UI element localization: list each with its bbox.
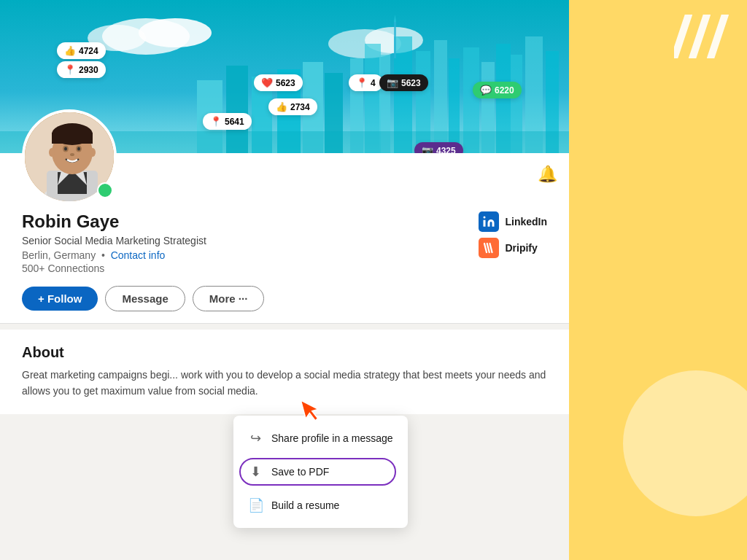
about-text: Great marketing campaigns begi... work w… <box>22 367 547 400</box>
share-profile-label: Share profile in a message <box>271 432 393 444</box>
linkedin-icon <box>479 211 499 232</box>
message-button[interactable]: Message <box>105 286 185 311</box>
badge-likes1: 👍 4724 <box>57 42 106 59</box>
svg-rect-38 <box>52 133 93 144</box>
svg-point-2 <box>139 18 212 47</box>
social-links: LinkedIn Dripify <box>479 211 547 258</box>
right-decorative-panel <box>569 0 747 560</box>
save-pdf-label: Save to PDF <box>271 466 329 478</box>
profile-header: 🔔 <box>0 153 569 323</box>
svg-point-44 <box>90 148 96 157</box>
save-pdf-item[interactable]: ⬇ Save to PDF <box>233 455 408 489</box>
svg-point-43 <box>49 148 55 157</box>
divider <box>0 323 569 324</box>
svg-line-48 <box>674 15 689 58</box>
action-buttons: + Follow Message More ··· <box>22 286 547 311</box>
badge-location2: 📍 5641 <box>203 113 252 130</box>
svg-rect-19 <box>394 22 396 58</box>
share-profile-item[interactable]: ↪ Share profile in a message <box>233 421 408 455</box>
svg-marker-47 <box>301 397 321 423</box>
stripes-decoration <box>674 15 732 61</box>
svg-line-49 <box>692 15 707 58</box>
dripify-label: Dripify <box>505 242 537 254</box>
share-icon: ↪ <box>248 430 263 446</box>
badge-chat1: 💬 6220 <box>473 82 522 98</box>
follow-button[interactable]: + Follow <box>22 287 98 311</box>
dropdown-menu: ↪ Share profile in a message ⬇ Save to P… <box>233 416 408 528</box>
download-icon: ⬇ <box>248 464 263 480</box>
badge-instagram2: 📷 4325 <box>414 142 463 153</box>
profile-location: Berlin, Germany • Contact info <box>22 249 547 261</box>
build-resume-label: Build a resume <box>271 499 339 511</box>
more-button[interactable]: More ··· <box>193 286 265 311</box>
avatar-container <box>22 109 117 204</box>
dripify-icon <box>479 238 499 258</box>
profile-card: 🔔 <box>0 153 569 323</box>
svg-point-46 <box>484 217 486 219</box>
svg-point-41 <box>64 147 67 151</box>
badge-heart1: ❤️ 5623 <box>254 74 303 91</box>
svg-point-45 <box>70 153 74 156</box>
about-section: About Great marketing campaigns begi... … <box>0 330 569 414</box>
badge-instagram1: 📷 5623 <box>379 74 428 91</box>
avatar-online-indicator <box>97 182 113 198</box>
badge-location3: 📍 4 <box>349 74 383 91</box>
linkedin-label: LinkedIn <box>505 216 547 228</box>
profile-connections: 500+ Connections <box>22 262 547 274</box>
main-content: 👍 4724 📍 2930 📍 5641 ❤️ 5623 👍 2734 📍 <box>0 0 569 560</box>
svg-line-50 <box>711 15 725 58</box>
badge-likes2: 👍 2734 <box>268 98 317 115</box>
document-icon: 📄 <box>248 497 263 513</box>
circle-decoration <box>623 370 747 516</box>
notification-bell-icon[interactable]: 🔔 <box>538 165 557 184</box>
svg-point-42 <box>77 147 80 151</box>
badge-location1: 📍 2930 <box>57 61 106 78</box>
linkedin-link[interactable]: LinkedIn <box>479 211 547 232</box>
about-title: About <box>22 344 547 361</box>
contact-info-link[interactable]: Contact info <box>111 249 166 261</box>
profile-title: Senior Social Media Marketing Strategist <box>22 235 547 246</box>
build-resume-item[interactable]: 📄 Build a resume <box>233 489 408 522</box>
profile-name: Robin Gaye <box>22 211 547 232</box>
dripify-link[interactable]: Dripify <box>479 238 547 258</box>
